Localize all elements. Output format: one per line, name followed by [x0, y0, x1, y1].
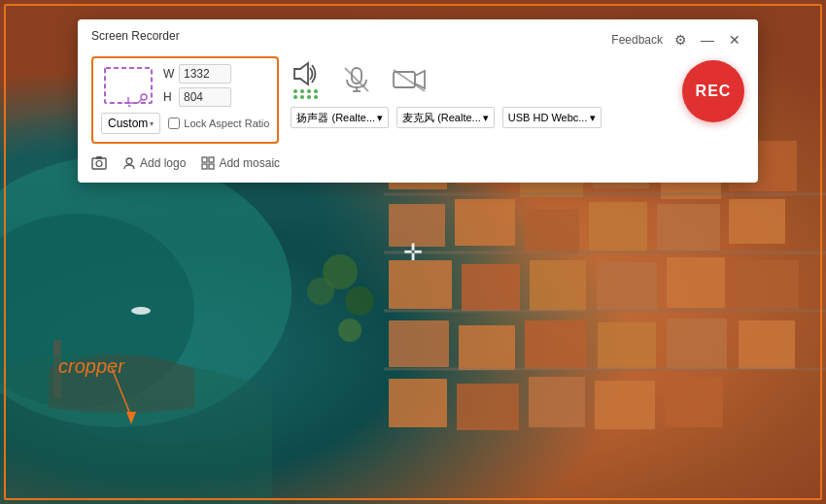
- svg-rect-18: [667, 257, 725, 308]
- mic-button[interactable]: [341, 64, 372, 95]
- close-button[interactable]: ✕: [725, 30, 744, 50]
- width-label: W: [163, 67, 175, 81]
- add-mosaic-button[interactable]: Add mosaic: [201, 156, 280, 170]
- svg-marker-49: [294, 63, 308, 84]
- svg-point-37: [307, 278, 334, 305]
- svg-rect-26: [389, 379, 447, 427]
- av-icons-row: [291, 56, 671, 99]
- camera-dropdown[interactable]: USB HD Webc... ▾: [502, 107, 602, 128]
- toolbar-topbar: Screen Recorder Feedback ⚙ — ✕: [91, 29, 744, 50]
- mic-dropdown-label: 麦克风 (Realte...: [402, 111, 481, 125]
- svg-point-39: [131, 307, 151, 315]
- height-row: H: [163, 87, 231, 107]
- volume-indicator: [293, 89, 319, 99]
- svg-rect-20: [389, 320, 449, 367]
- dimension-inputs: W H: [163, 64, 231, 107]
- rec-section: REC: [682, 56, 744, 122]
- svg-rect-10: [525, 209, 579, 253]
- svg-rect-62: [209, 157, 214, 162]
- lock-ratio-label: Lock Aspect Ratio: [184, 118, 269, 129]
- svg-marker-42: [126, 412, 136, 424]
- region-bottom: Custom ▾ Lock Aspect Ratio: [101, 113, 269, 134]
- svg-rect-9: [455, 199, 515, 246]
- add-logo-label: Add logo: [140, 156, 186, 170]
- svg-rect-17: [597, 262, 657, 311]
- speaker-dropdown[interactable]: 扬声器 (Realte... ▾: [291, 107, 389, 128]
- svg-line-46: [128, 105, 132, 107]
- svg-rect-22: [525, 320, 587, 369]
- svg-rect-12: [657, 204, 720, 251]
- svg-rect-21: [459, 325, 515, 370]
- mic-icon: [341, 64, 372, 95]
- region-section: W H Custom ▾ Lock Aspect Ratio: [91, 56, 279, 144]
- preset-dropdown[interactable]: Custom ▾: [101, 113, 160, 134]
- av-section: 扬声器 (Realte... ▾ 麦克风 (Realte... ▾ USB HD…: [291, 56, 671, 128]
- svg-rect-19: [736, 260, 799, 309]
- height-input[interactable]: [179, 87, 231, 107]
- svg-rect-54: [394, 72, 415, 87]
- camera-icon: [392, 66, 427, 93]
- speaker-icon: [291, 60, 322, 87]
- lock-ratio-control: Lock Aspect Ratio: [168, 118, 269, 129]
- svg-rect-64: [209, 164, 214, 169]
- minimize-button[interactable]: —: [698, 30, 717, 50]
- svg-rect-28: [529, 377, 585, 427]
- svg-point-60: [126, 158, 132, 164]
- mic-dropdown[interactable]: 麦克风 (Realte... ▾: [396, 107, 495, 128]
- region-top: W H: [101, 64, 269, 107]
- camera-dropdown-arrow: ▾: [590, 112, 596, 124]
- screenshot-button[interactable]: [91, 155, 107, 171]
- preset-label: Custom: [108, 117, 148, 130]
- svg-rect-57: [92, 158, 106, 169]
- speaker-button[interactable]: [291, 60, 322, 99]
- svg-line-41: [112, 368, 131, 417]
- add-mosaic-icon: [201, 156, 215, 170]
- svg-rect-13: [729, 199, 785, 244]
- svg-rect-15: [462, 264, 520, 311]
- region-selector-icon: [101, 64, 155, 107]
- height-label: H: [163, 90, 175, 104]
- speaker-dropdown-arrow: ▾: [377, 112, 383, 124]
- app-title: Screen Recorder: [91, 29, 180, 43]
- add-logo-button[interactable]: Add logo: [122, 156, 186, 170]
- svg-rect-25: [739, 320, 795, 369]
- add-logo-icon: [122, 156, 136, 170]
- svg-rect-24: [667, 319, 727, 369]
- svg-rect-29: [595, 381, 655, 429]
- camera-button[interactable]: [392, 66, 427, 93]
- topbar-controls: Feedback ⚙ — ✕: [611, 30, 744, 50]
- svg-point-58: [96, 161, 102, 167]
- preset-dropdown-arrow: ▾: [150, 119, 154, 128]
- mic-dropdown-arrow: ▾: [483, 112, 489, 124]
- svg-rect-23: [598, 322, 656, 369]
- toolbar-panel: Screen Recorder Feedback ⚙ — ✕: [78, 19, 758, 183]
- width-row: W: [163, 64, 231, 84]
- svg-rect-63: [202, 164, 207, 169]
- move-cursor-icon[interactable]: ✛: [403, 239, 423, 266]
- feedback-link[interactable]: Feedback: [611, 33, 663, 47]
- rec-button[interactable]: REC: [682, 60, 744, 122]
- svg-rect-16: [530, 260, 586, 311]
- add-mosaic-label: Add mosaic: [219, 156, 280, 170]
- toolbar-bottom: Add logo Add mosaic: [91, 151, 744, 171]
- svg-point-38: [338, 319, 361, 342]
- camera-dropdown-label: USB HD Webc...: [508, 112, 588, 123]
- settings-icon[interactable]: ⚙: [671, 30, 690, 50]
- svg-rect-27: [457, 384, 519, 430]
- svg-point-36: [345, 286, 374, 316]
- lock-ratio-checkbox[interactable]: [168, 118, 180, 129]
- av-dropdowns-row: 扬声器 (Realte... ▾ 麦克风 (Realte... ▾ USB HD…: [291, 107, 671, 128]
- cropper-arrow: [107, 368, 146, 426]
- toolbar-body: W H Custom ▾ Lock Aspect Ratio: [91, 56, 744, 144]
- speaker-dropdown-label: 扬声器 (Realte...: [296, 111, 375, 125]
- svg-rect-11: [589, 202, 647, 251]
- screenshot-icon: [91, 155, 107, 171]
- svg-rect-14: [389, 260, 452, 309]
- svg-rect-61: [202, 157, 207, 162]
- svg-rect-30: [665, 377, 723, 427]
- svg-rect-59: [96, 156, 102, 159]
- width-input[interactable]: [179, 64, 231, 84]
